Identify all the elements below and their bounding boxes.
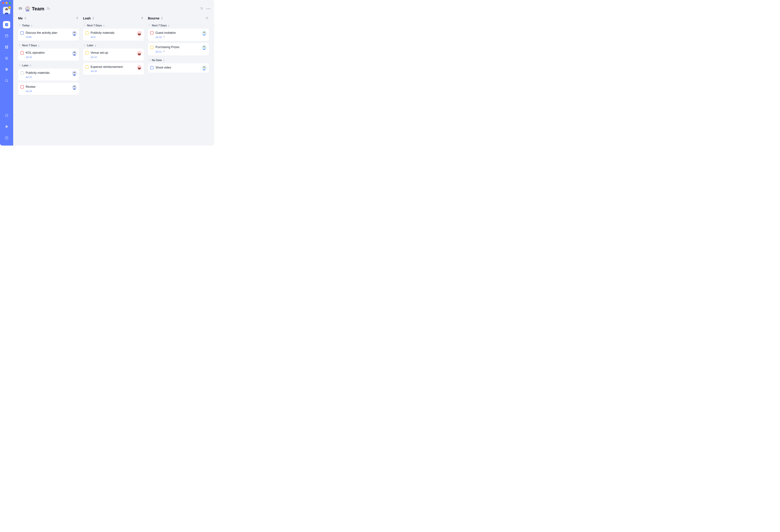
card-meta: Jul 18 xyxy=(91,70,135,72)
card-body: ReviewJul 19 xyxy=(26,85,70,92)
window-close-button[interactable] xyxy=(2,2,4,4)
task-checkbox[interactable] xyxy=(150,31,153,35)
kanban-board: Me4Today1Discuss the activity plan15:00 … xyxy=(18,16,210,97)
column-header: Leah3 xyxy=(83,16,144,20)
assignee-avatar[interactable] xyxy=(72,31,77,36)
assignee-avatar[interactable] xyxy=(72,85,77,90)
group-title: Next 7 Days xyxy=(87,24,102,27)
assignee-avatar[interactable] xyxy=(137,65,142,70)
share-button[interactable] xyxy=(47,7,50,11)
task-checkbox[interactable] xyxy=(150,46,153,49)
add-task-button[interactable] xyxy=(140,16,144,20)
chevron-down-icon xyxy=(18,44,21,47)
profile-avatar[interactable] xyxy=(3,7,10,14)
card-date: Jul 14 xyxy=(91,56,97,58)
sort-button[interactable] xyxy=(200,7,203,11)
column-title: Bourne xyxy=(148,16,159,20)
group-header[interactable]: No Date1 xyxy=(148,58,209,63)
task-card[interactable]: Shoot video xyxy=(148,63,209,72)
chevron-down-icon xyxy=(148,59,151,62)
assignee-avatar[interactable] xyxy=(72,51,77,55)
board-column: Me4Today1Discuss the activity plan15:00 … xyxy=(18,16,79,97)
group-header[interactable]: Today1 xyxy=(18,23,79,29)
group-header[interactable]: Later2 xyxy=(18,63,79,69)
nav-calendar[interactable] xyxy=(3,32,10,40)
assignee-avatar[interactable] xyxy=(72,71,77,76)
task-card[interactable]: Publicity materialsJul 6 xyxy=(83,29,144,41)
task-checkbox[interactable] xyxy=(150,66,153,69)
card-date: Jul 19 xyxy=(26,90,32,93)
header-actions xyxy=(200,7,210,11)
nav-sync[interactable] xyxy=(3,112,10,119)
card-meta: Jul 10 xyxy=(26,56,70,58)
column-count: 4 xyxy=(25,17,26,20)
window-maximize-button[interactable] xyxy=(9,2,11,4)
assignee-avatar[interactable] xyxy=(202,66,206,70)
task-checkbox[interactable] xyxy=(85,65,89,69)
card-body: Shoot video xyxy=(155,66,200,69)
card-date: Jul 6 xyxy=(91,36,96,38)
assignee-avatar[interactable] xyxy=(137,51,142,55)
column-count: 3 xyxy=(161,17,163,20)
card-title: Guest invitation xyxy=(155,31,200,35)
task-group: Today1Discuss the activity plan15:00 xyxy=(18,23,79,41)
assignee-avatar[interactable] xyxy=(137,31,142,36)
alarm-icon xyxy=(163,50,165,53)
task-card[interactable]: Expense reimbursementJul 18 xyxy=(83,63,144,75)
task-group: Next 7 Days1Publicity materialsJul 6 xyxy=(83,23,144,41)
alarm-icon xyxy=(163,36,165,39)
page-header: 🎡 Team xyxy=(18,6,210,11)
task-checkbox[interactable] xyxy=(20,51,24,54)
group-count: 2 xyxy=(30,64,31,67)
task-checkbox[interactable] xyxy=(20,71,24,75)
task-checkbox[interactable] xyxy=(20,31,24,35)
card-body: Venue set-upJul 14 xyxy=(91,51,135,58)
nav-focus[interactable] xyxy=(3,55,10,62)
card-body: Expense reimbursementJul 18 xyxy=(91,65,135,72)
bell-icon xyxy=(5,125,9,129)
chevron-down-icon xyxy=(148,24,151,27)
card-body: Discuss the activity plan15:00 xyxy=(26,31,70,38)
dot-icon xyxy=(208,8,209,9)
assignee-avatar[interactable] xyxy=(202,31,206,36)
nav-location[interactable] xyxy=(3,66,10,73)
task-card[interactable]: KOL operationJul 10 xyxy=(18,49,79,61)
nav-help[interactable] xyxy=(3,134,10,142)
group-header[interactable]: Next 7 Days1 xyxy=(18,43,79,49)
task-card[interactable]: Venue set-upJul 14 xyxy=(83,49,144,61)
task-card[interactable]: Discuss the activity plan15:00 xyxy=(18,29,79,41)
nav-apps[interactable] xyxy=(3,44,10,51)
assignee-avatar[interactable] xyxy=(202,45,206,50)
group-header[interactable]: Next 7 Days2 xyxy=(148,23,209,29)
task-checkbox[interactable] xyxy=(85,31,89,35)
chevron-down-icon xyxy=(83,44,86,47)
add-task-button[interactable] xyxy=(205,16,209,20)
card-meta: Jul 19 xyxy=(26,90,70,93)
nav-notifications[interactable] xyxy=(3,123,10,131)
more-options-button[interactable] xyxy=(206,8,210,9)
task-card[interactable]: Guest invitationJul 10 xyxy=(148,29,209,41)
shield-icon xyxy=(5,67,9,71)
nav-tasks[interactable] xyxy=(3,21,10,28)
window-minimize-button[interactable] xyxy=(6,2,8,4)
board-column: Leah3Next 7 Days1Publicity materialsJul … xyxy=(83,16,144,97)
svg-line-12 xyxy=(7,81,8,82)
task-checkbox[interactable] xyxy=(20,85,24,89)
add-task-button[interactable] xyxy=(76,16,79,20)
window-controls xyxy=(2,2,11,4)
task-checkbox[interactable] xyxy=(85,51,89,54)
card-body: KOL operationJul 10 xyxy=(26,51,70,58)
group-header[interactable]: Next 7 Days1 xyxy=(83,23,144,29)
dot-icon xyxy=(206,8,207,9)
nav-search[interactable] xyxy=(3,77,10,84)
task-card[interactable]: ReviewJul 19 xyxy=(18,83,79,95)
task-card[interactable]: Publicity materialsJul 12 xyxy=(18,69,79,81)
svg-point-9 xyxy=(6,58,7,59)
toggle-sidebar-button[interactable] xyxy=(18,6,22,11)
sort-arrows-icon xyxy=(200,7,203,10)
svg-point-32 xyxy=(139,32,140,34)
task-card[interactable]: Purchasing PrizesJul 11 xyxy=(148,43,209,55)
task-group: Later2Publicity materialsJul 12 ReviewJu… xyxy=(18,63,79,95)
checkmark-icon xyxy=(5,23,9,27)
group-header[interactable]: Later2 xyxy=(83,43,144,49)
